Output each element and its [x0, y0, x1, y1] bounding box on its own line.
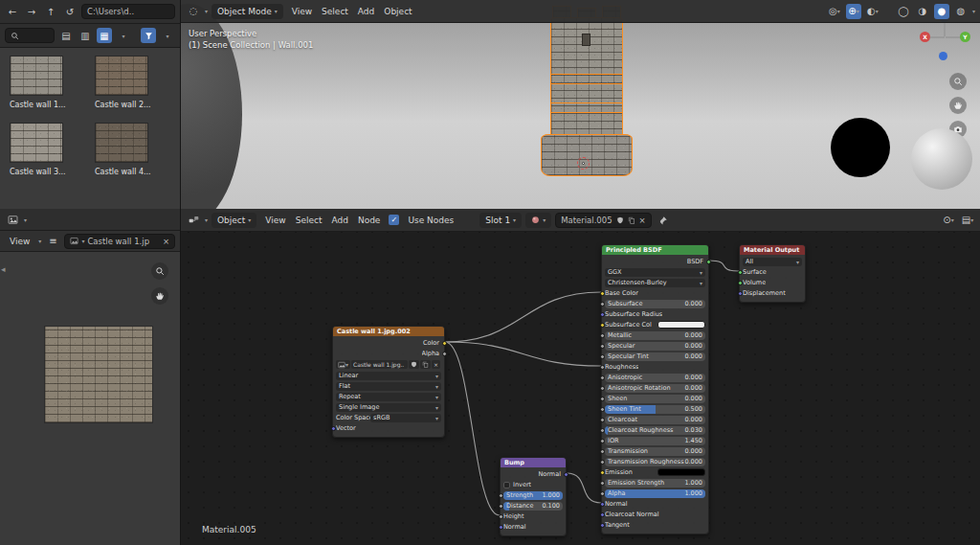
flat-row[interactable]: Flat▾ — [336, 381, 441, 391]
clearcoat-roughness-row[interactable]: Clearcoat Roughness0.030 — [605, 425, 705, 435]
value-slider[interactable]: Alpha1.000 — [605, 489, 705, 498]
specular-row[interactable]: Specular0.000 — [605, 341, 705, 351]
image-name-field[interactable]: Castle wall 1.jpg.. — [351, 360, 408, 369]
invert-row[interactable]: Invert — [503, 480, 563, 489]
menu-view[interactable]: View — [5, 237, 34, 246]
refresh-icon[interactable]: ↺ — [62, 4, 78, 19]
file-thumbnail-castle-wall-4[interactable]: Castle wall 4... — [95, 123, 170, 176]
viewport-canvas[interactable]: Z X Y Us — [181, 0, 980, 209]
anisotropic-rotation-row[interactable]: Anisotropic Rotation0.000 — [605, 383, 705, 393]
socket-left[interactable] — [499, 493, 503, 498]
gizmo-dropdown-icon[interactable]: ⊕▾ — [846, 4, 861, 19]
hamburger-icon[interactable]: ≡ — [45, 234, 60, 249]
use-nodes-checkbox[interactable]: ✓ — [389, 215, 399, 225]
value-slider[interactable]: Distance0.100 — [503, 502, 563, 511]
socket-right[interactable] — [442, 352, 447, 356]
fake-user-shield-icon[interactable] — [616, 216, 624, 224]
single-image-row[interactable]: Single Image▾ — [336, 402, 441, 412]
socket-left[interactable] — [738, 281, 743, 285]
distance-row[interactable]: Distance0.100 — [503, 501, 563, 511]
emission-row[interactable]: Emission — [605, 467, 705, 477]
zoom-tool-icon[interactable] — [949, 73, 967, 90]
shading-rendered-icon[interactable]: ◍ — [953, 4, 969, 19]
socket-left[interactable] — [600, 512, 605, 517]
color-swatch[interactable] — [657, 468, 705, 476]
snap-dropdown-icon[interactable]: ⊙▾ — [941, 213, 956, 228]
value-slider[interactable]: Clearcoat Roughness0.030 — [605, 426, 705, 435]
shading-material-icon[interactable]: ● — [934, 4, 949, 19]
value-slider[interactable]: Sheen0.000 — [605, 395, 705, 403]
anisotropic-row[interactable]: Anisotropic0.000 — [605, 373, 705, 382]
shader-type-dropdown[interactable]: Object▾ — [212, 213, 256, 228]
checkbox[interactable] — [503, 482, 510, 488]
socket-left[interactable] — [600, 460, 605, 465]
editor-type-viewport-icon[interactable]: ◌ — [186, 4, 201, 19]
editor-type-dropdown-icon[interactable]: ▾ — [24, 216, 27, 223]
socket-left[interactable] — [600, 312, 605, 317]
material-name-field[interactable]: Material.005 × — [555, 213, 652, 228]
texture-image-preview[interactable] — [44, 326, 153, 423]
socket-left[interactable] — [499, 525, 503, 530]
display-thumbnail-icon[interactable]: ▦ — [97, 28, 112, 43]
alpha-row[interactable]: Alpha1.000 — [605, 488, 705, 498]
display-vertical-list-icon[interactable]: ▤ — [58, 28, 74, 43]
material-browse-dropdown[interactable]: ▾ — [525, 213, 551, 228]
path-field[interactable]: C:\Users\d.. — [81, 4, 175, 19]
value-slider[interactable]: Subsurface0.000 — [605, 300, 705, 308]
bump-node[interactable]: BumpNormalInvertStrength1.000Distance0.1… — [500, 457, 567, 536]
value-slider[interactable]: Specular Tint0.000 — [605, 352, 705, 361]
color-swatch[interactable] — [657, 321, 705, 329]
menu-view[interactable]: View — [260, 216, 290, 225]
ior-row[interactable]: IOR1.450 — [605, 436, 705, 445]
editor-type-shader-icon[interactable] — [186, 213, 201, 228]
editor-type-dropdown-icon[interactable]: ▾ — [205, 216, 208, 223]
socket-left[interactable] — [600, 344, 605, 349]
value-slider[interactable]: Transmission Roughness0.000 — [605, 458, 705, 466]
socket-left[interactable] — [600, 333, 605, 338]
value-slider[interactable]: Strength1.000 — [503, 491, 563, 500]
colorspace-dropdown[interactable]: sRGB▾ — [370, 414, 441, 422]
duplicate-icon[interactable] — [628, 216, 635, 224]
all-row[interactable]: All▾ — [743, 257, 802, 266]
pan-hand-icon[interactable] — [151, 287, 168, 305]
overlays-dropdown-icon[interactable]: ◐▾ — [865, 4, 880, 19]
color-space-row[interactable]: Color SpacesRGB▾ — [336, 413, 441, 422]
socket-left[interactable] — [600, 428, 605, 433]
sheen-tint-row[interactable]: Sheen Tint0.500 — [605, 404, 705, 414]
filter-dropdown[interactable]: ▾ — [160, 28, 175, 43]
image-texture-node[interactable]: Castle wall 1.jpg.002ColorAlpha▾Castle w… — [332, 326, 445, 438]
imgsel-row[interactable]: ▾Castle wall 1.jpg..× — [336, 359, 441, 370]
socket-left[interactable] — [600, 375, 605, 380]
value-slider[interactable]: Anisotropic0.000 — [605, 374, 705, 382]
value-slider[interactable]: Metallic0.000 — [605, 331, 705, 340]
socket-left[interactable] — [600, 523, 605, 528]
back-icon[interactable]: ← — [5, 4, 20, 19]
socket-left[interactable] — [600, 302, 605, 307]
socket-left[interactable] — [499, 514, 503, 519]
material-output-node[interactable]: Material OutputAll▾SurfaceVolumeDisplace… — [739, 244, 806, 303]
enum-dropdown[interactable]: Flat▾ — [336, 382, 441, 391]
socket-left[interactable] — [600, 439, 605, 443]
menu-add[interactable]: Add — [353, 7, 379, 16]
file-thumbnail-castle-wall-2[interactable]: Castle wall 2... — [95, 56, 170, 109]
panel-collapse-icon[interactable]: ◂ — [1, 264, 6, 274]
sheen-row[interactable]: Sheen0.000 — [605, 394, 705, 403]
socket-left[interactable] — [600, 365, 605, 370]
socket-left[interactable] — [600, 397, 605, 401]
value-slider[interactable]: Specular0.000 — [605, 342, 705, 351]
forward-icon[interactable]: → — [24, 4, 39, 19]
socket-right[interactable] — [564, 472, 568, 477]
emission-strength-row[interactable]: Emission Strength1.000 — [605, 478, 705, 488]
transmission-row[interactable]: Transmission0.000 — [605, 446, 705, 456]
display-mode-dropdown[interactable]: ▾ — [116, 28, 131, 43]
christensen-burley-row[interactable]: Christensen-Burley▾ — [605, 278, 705, 287]
slot-dropdown[interactable]: Slot 1▾ — [479, 213, 522, 228]
socket-right[interactable] — [442, 341, 447, 346]
strength-row[interactable]: Strength1.000 — [503, 490, 563, 500]
node-header[interactable]: Bump — [501, 458, 566, 467]
menu-view[interactable]: View — [287, 7, 317, 16]
node-header[interactable]: Principled BSDF — [602, 245, 708, 255]
subsurface-col-row[interactable]: Subsurface Col — [605, 320, 705, 329]
clearcoat-row[interactable]: Clearcoat0.000 — [605, 415, 705, 424]
menu-select[interactable]: Select — [291, 216, 327, 225]
